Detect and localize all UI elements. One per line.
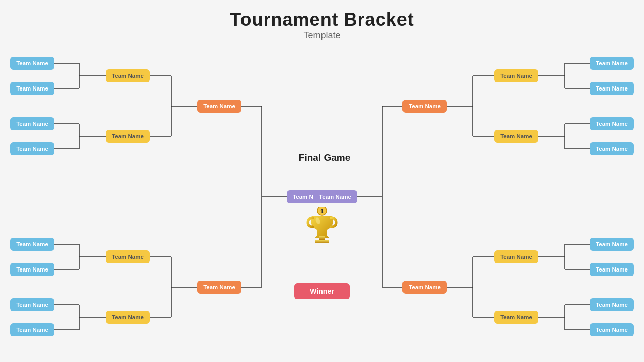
team-l2-2[interactable]: Team Name [106, 130, 150, 143]
team-r3-2[interactable]: Team Name [403, 281, 447, 294]
team-r3[interactable]: Team Name [590, 117, 634, 130]
page-title: Tournament Bracket [230, 9, 414, 30]
final-game-label: Final Game [287, 152, 362, 163]
page-subtitle: Template [303, 30, 340, 41]
team-r6[interactable]: Team Name [590, 263, 634, 276]
team-l4[interactable]: Team Name [10, 142, 54, 155]
team-r8[interactable]: Team Name [590, 323, 634, 336]
team-l3-2[interactable]: Team Name [197, 281, 242, 294]
trophy-icon: 1 [306, 207, 338, 247]
team-r2-2[interactable]: Team Name [494, 130, 538, 143]
trophy-svg: 1 [306, 207, 338, 252]
team-l2[interactable]: Team Name [10, 82, 54, 95]
team-r2-4[interactable]: Team Name [494, 311, 538, 324]
team-r2-1[interactable]: Team Name [494, 69, 538, 82]
team-r2-3[interactable]: Team Name [494, 250, 538, 263]
svg-rect-60 [315, 240, 329, 243]
team-r2[interactable]: Team Name [590, 82, 634, 95]
svg-text:1: 1 [320, 208, 324, 214]
bracket-wrapper: Team Name Team Name Team Name Team Name … [5, 47, 639, 348]
team-r4[interactable]: Team Name [590, 142, 634, 155]
team-final-r[interactable]: Team Name [313, 190, 357, 203]
team-r1[interactable]: Team Name [590, 57, 634, 70]
team-l2-4[interactable]: Team Name [106, 311, 150, 324]
team-l6[interactable]: Team Name [10, 263, 54, 276]
team-l1[interactable]: Team Name [10, 57, 54, 70]
team-l3[interactable]: Team Name [10, 117, 54, 130]
team-r7[interactable]: Team Name [590, 298, 634, 311]
team-l2-3[interactable]: Team Name [106, 250, 150, 263]
team-l7[interactable]: Team Name [10, 298, 54, 311]
team-r3-1[interactable]: Team Name [403, 100, 447, 113]
team-l2-1[interactable]: Team Name [106, 69, 150, 82]
team-l8[interactable]: Team Name [10, 323, 54, 336]
team-l3-1[interactable]: Team Name [197, 100, 242, 113]
team-r5[interactable]: Team Name [590, 238, 634, 251]
winner-box[interactable]: Winner [294, 283, 350, 299]
team-l5[interactable]: Team Name [10, 238, 54, 251]
svg-rect-59 [319, 236, 325, 240]
